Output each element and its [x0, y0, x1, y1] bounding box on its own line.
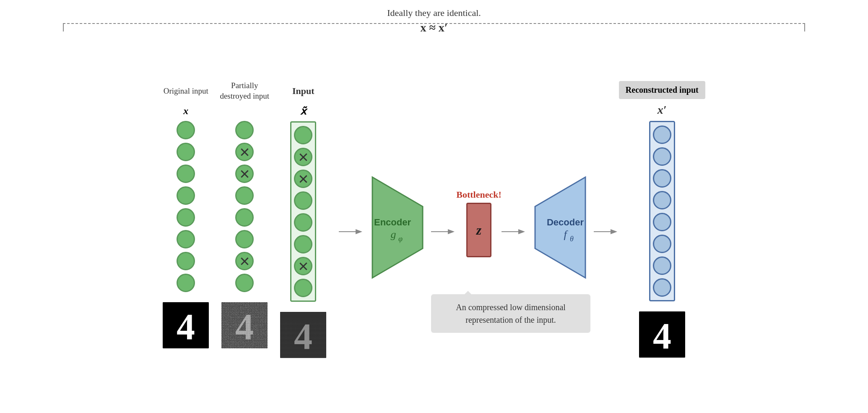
node-partial-2: [235, 143, 254, 161]
node-orig-4: [177, 186, 195, 205]
tilde-input-column: Input x̃: [280, 80, 326, 358]
tick-right: [804, 23, 805, 31]
svg-text:4: 4: [294, 316, 312, 357]
tilde-x-label: x̃: [300, 105, 306, 117]
math-equation: x ≈ x′: [387, 21, 481, 34]
node-partial-4: [235, 186, 254, 205]
node-input-1: [294, 126, 312, 144]
node-orig-8: [177, 274, 195, 292]
output-node-box: [649, 121, 675, 301]
input-digit-thumb: 4: [280, 312, 326, 358]
node-out-1: [653, 125, 671, 144]
original-digit-thumb: 4: [163, 302, 209, 348]
noisy-digit-svg: 4: [221, 302, 268, 348]
partial-digit-thumb: 4: [221, 302, 268, 348]
node-out-7: [653, 256, 671, 275]
node-partial-1: [235, 121, 254, 139]
partial-input-label: Partially destroyed input: [217, 80, 272, 102]
svg-rect-5: [221, 302, 268, 348]
partial-node-list: [235, 121, 254, 292]
input-section: Original input x: [163, 80, 326, 358]
node-orig-7: [177, 252, 195, 270]
node-partial-7: [235, 252, 254, 270]
arrow-to-output: [594, 225, 619, 238]
node-partial-5: [235, 208, 254, 227]
arrow-to-encoder: [339, 225, 364, 238]
digit-4-svg: 4: [163, 302, 209, 348]
noisy-input-digit-svg: 4: [280, 312, 326, 358]
node-input-2: [294, 148, 312, 166]
node-out-2: [653, 147, 671, 166]
node-input-4: [294, 191, 312, 210]
decoder-shape-svg: Decoder f θ: [527, 173, 594, 282]
original-node-list: [177, 121, 195, 292]
node-input-5: [294, 213, 312, 232]
svg-text:4: 4: [653, 316, 671, 356]
reconstructed-4-svg: 4: [639, 311, 685, 358]
node-partial-3: [235, 165, 254, 183]
svg-marker-21: [535, 177, 585, 278]
arrow-to-bottleneck: [431, 225, 456, 238]
node-input-6: [294, 235, 312, 254]
output-section: Reconstructed input x′ 4: [619, 81, 705, 358]
reconstructed-digit-thumb: 4: [639, 311, 685, 358]
node-out-6: [653, 235, 671, 253]
node-partial-6: [235, 230, 254, 248]
tick-left: [63, 23, 64, 31]
bottleneck-section: Bottleneck! z An compressed low dimensio…: [456, 189, 502, 257]
node-orig-6: [177, 230, 195, 248]
z-label: z: [476, 222, 481, 238]
node-orig-3: [177, 165, 195, 183]
original-input-math: x: [183, 105, 188, 117]
diagram-container: Ideally they are identical. x ≈ x′ Origi…: [0, 0, 868, 413]
node-orig-1: [177, 121, 195, 139]
svg-text:θ: θ: [570, 235, 574, 243]
node-out-5: [653, 213, 671, 231]
node-input-7: [294, 257, 312, 275]
reconstructed-label: Reconstructed input: [619, 81, 705, 99]
node-input-3: [294, 170, 312, 188]
node-orig-5: [177, 208, 195, 227]
tooltip-box: An compressed low dimensional representa…: [431, 294, 590, 333]
original-input-label: Original input: [164, 80, 208, 102]
node-input-8: [294, 279, 312, 297]
node-orig-2: [177, 143, 195, 161]
svg-marker-15: [372, 177, 423, 278]
arrow-to-decoder: [502, 225, 527, 238]
svg-text:Encoder: Encoder: [374, 217, 411, 227]
svg-text:4: 4: [177, 306, 195, 347]
encoder-shape-svg: Encoder g φ: [364, 173, 431, 282]
node-out-4: [653, 191, 671, 209]
node-out-3: [653, 169, 671, 188]
xprime-label: x′: [657, 103, 667, 117]
encoder-section: Encoder g φ: [364, 173, 431, 282]
bottleneck-label: Bottleneck!: [456, 189, 502, 200]
svg-text:g: g: [391, 228, 396, 240]
z-box: z: [466, 203, 491, 257]
svg-text:Decoder: Decoder: [547, 217, 584, 227]
decoder-section: Decoder f θ: [527, 173, 594, 282]
partial-input-column: Partially destroyed input x: [217, 80, 272, 348]
tooltip-text: An compressed low dimensional representa…: [456, 303, 566, 324]
node-partial-8: [235, 274, 254, 292]
svg-text:φ: φ: [398, 235, 403, 243]
ideally-identical-text: Ideally they are identical.: [387, 8, 481, 18]
original-input-column: Original input x: [163, 80, 209, 348]
input-node-box: [290, 121, 316, 302]
top-annotation: Ideally they are identical. x ≈ x′: [387, 8, 481, 34]
node-out-8: [653, 278, 671, 297]
input-box-label: Input: [292, 80, 314, 102]
main-content: Original input x: [163, 80, 705, 358]
